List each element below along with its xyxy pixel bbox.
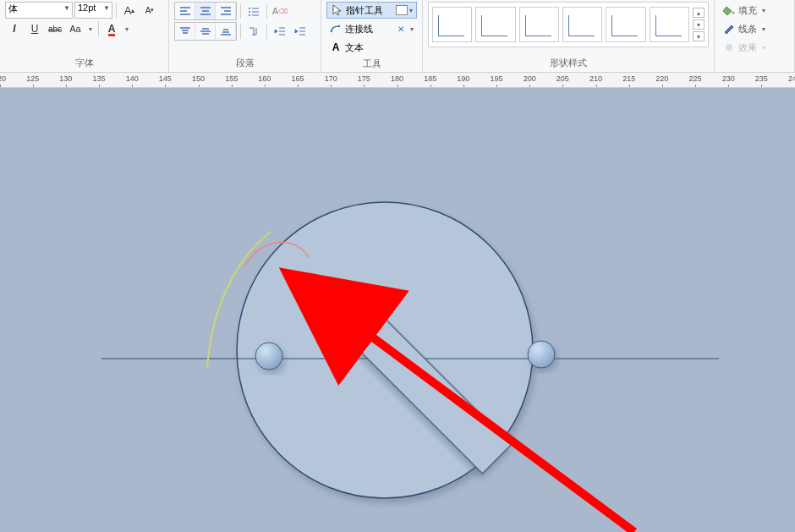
- align-top-button[interactable]: [175, 23, 195, 40]
- gallery-down-button[interactable]: ▾: [693, 19, 705, 30]
- pointer-tool-button[interactable]: 指针工具 ▾: [326, 2, 417, 19]
- ruler-tick: 240: [788, 74, 795, 83]
- ruler-tick-label: 220: [655, 74, 668, 83]
- font-color-button[interactable]: A: [102, 20, 121, 37]
- group-label-shape-styles: 形状样式: [428, 55, 709, 70]
- group-paragraph: A⌫ 段落: [169, 0, 321, 72]
- ruler-tick: 180: [391, 74, 403, 83]
- connector-tool-label: 连接线: [345, 23, 373, 36]
- text-direction-button[interactable]: [244, 23, 263, 40]
- ruler-tick: 170: [325, 74, 337, 83]
- decrease-indent-button[interactable]: [271, 23, 289, 40]
- strike-button[interactable]: abc: [46, 20, 64, 37]
- underline-button[interactable]: U: [25, 20, 44, 37]
- case-button[interactable]: Aa: [66, 20, 85, 37]
- text-tool-label: 文本: [345, 41, 364, 54]
- shape-style-swatch[interactable]: [519, 7, 559, 42]
- svg-point-5: [732, 12, 735, 14]
- connector-tool-button[interactable]: 连接线 ✕ ▾: [326, 20, 417, 37]
- line-button[interactable]: 线条 ▾: [720, 20, 789, 37]
- group-tools: 指针工具 ▾ 连接线 ✕ ▾ A 文本 工具: [321, 0, 423, 72]
- chevron-down-icon: ▾: [762, 44, 765, 52]
- shape-style-swatch[interactable]: [606, 7, 645, 42]
- shape-style-swatch[interactable]: [475, 7, 515, 42]
- ruler-tick-label: 125: [26, 74, 39, 83]
- chevron-down-icon: ▾: [410, 25, 414, 33]
- font-family-select[interactable]: 体 ▼: [5, 2, 73, 19]
- increase-indent-button[interactable]: [291, 23, 310, 40]
- font-size-value: 12pt: [78, 3, 96, 13]
- fill-swatch-control[interactable]: ▾: [396, 5, 413, 15]
- case-dropdown[interactable]: ▾: [86, 20, 95, 37]
- ruler-tick: 140: [126, 74, 139, 83]
- effect-icon: [723, 41, 735, 53]
- clear-format-button[interactable]: A⌫: [271, 3, 289, 19]
- group-effects: 填充 ▾ 线条 ▾ 效果 ▾: [715, 0, 795, 72]
- align-right-button[interactable]: [216, 3, 236, 19]
- ruler-tick-label: 225: [689, 74, 702, 83]
- ruler-tick-label: 195: [491, 74, 503, 83]
- group-label-paragraph: 段落: [174, 55, 315, 70]
- font-family-value: 体: [8, 3, 18, 14]
- gallery-up-button[interactable]: ▴: [693, 8, 705, 18]
- align-bottom-button[interactable]: [216, 23, 236, 40]
- ruler-tick-label: 215: [622, 74, 635, 83]
- ruler-tick: 190: [457, 74, 469, 83]
- ruler-tick: 200: [524, 74, 536, 83]
- ruler-tick: 155: [225, 74, 238, 83]
- ruler-tick-label: 210: [589, 74, 602, 83]
- shape-style-swatch[interactable]: [562, 7, 602, 42]
- italic-button[interactable]: I: [5, 20, 24, 37]
- effect-button[interactable]: 效果 ▾: [720, 39, 789, 56]
- ruler-tick: 160: [258, 74, 271, 83]
- separator: [240, 24, 241, 39]
- chevron-down-icon: ▼: [103, 4, 110, 12]
- group-font: 体 ▼ 12pt ▼ A▴ A▾ I U abc Aa ▾ A: [0, 0, 169, 72]
- shape-style-gallery[interactable]: ▴ ▾ ▾: [428, 2, 709, 47]
- ruler-tick: 205: [556, 74, 569, 83]
- ruler-tick-label: 145: [159, 74, 172, 83]
- gallery-more-button[interactable]: ▾: [693, 31, 705, 41]
- ruler-tick-label: 240: [788, 74, 795, 83]
- separator: [98, 21, 99, 36]
- connector-icon: [330, 23, 342, 35]
- chevron-down-icon: ▼: [63, 4, 70, 12]
- font-color-dropdown[interactable]: ▾: [123, 20, 131, 37]
- separator: [266, 3, 267, 19]
- ruler-tick-label: 160: [258, 74, 271, 83]
- ruler-tick: 145: [159, 74, 172, 83]
- group-label-tools: 工具: [326, 56, 417, 71]
- ribbon: 体 ▼ 12pt ▼ A▴ A▾ I U abc Aa ▾ A: [0, 0, 795, 73]
- group-label-font: 字体: [5, 55, 163, 70]
- separator: [266, 24, 267, 39]
- svg-point-2: [249, 14, 250, 16]
- bullets-button[interactable]: [244, 3, 263, 19]
- ruler-tick: 125: [26, 74, 39, 83]
- ruler-tick: 130: [59, 74, 72, 83]
- align-left-button[interactable]: [175, 3, 195, 19]
- ruler-tick-label: 235: [755, 74, 768, 83]
- effect-label: 效果: [738, 41, 757, 54]
- ruler-tick: 175: [358, 74, 370, 83]
- align-center-button[interactable]: [195, 3, 216, 19]
- chevron-down-icon: ▾: [409, 7, 413, 14]
- shape-style-swatch[interactable]: [432, 7, 472, 42]
- font-size-select[interactable]: 12pt ▼: [74, 2, 112, 19]
- shape-style-swatch[interactable]: [650, 7, 689, 42]
- left-ball-shape[interactable]: [255, 343, 282, 370]
- fill-button[interactable]: 填充 ▾: [720, 2, 789, 19]
- ruler-tick-label: 230: [722, 74, 735, 83]
- text-icon: A: [330, 41, 342, 53]
- text-tool-button[interactable]: A 文本: [326, 39, 417, 56]
- line-label: 线条: [738, 23, 757, 36]
- ruler-tick-label: 130: [59, 74, 72, 83]
- x-icon: ✕: [395, 23, 407, 35]
- ruler-tick-label: 200: [524, 74, 536, 83]
- shrink-font-button[interactable]: A▾: [140, 2, 159, 19]
- ruler-tick: 235: [755, 74, 768, 83]
- grow-font-button[interactable]: A▴: [120, 2, 139, 19]
- drawing-canvas[interactable]: [0, 88, 795, 532]
- align-middle-button[interactable]: [195, 23, 216, 40]
- right-ball-shape[interactable]: [528, 341, 555, 368]
- ruler-tick-label: 150: [192, 74, 205, 83]
